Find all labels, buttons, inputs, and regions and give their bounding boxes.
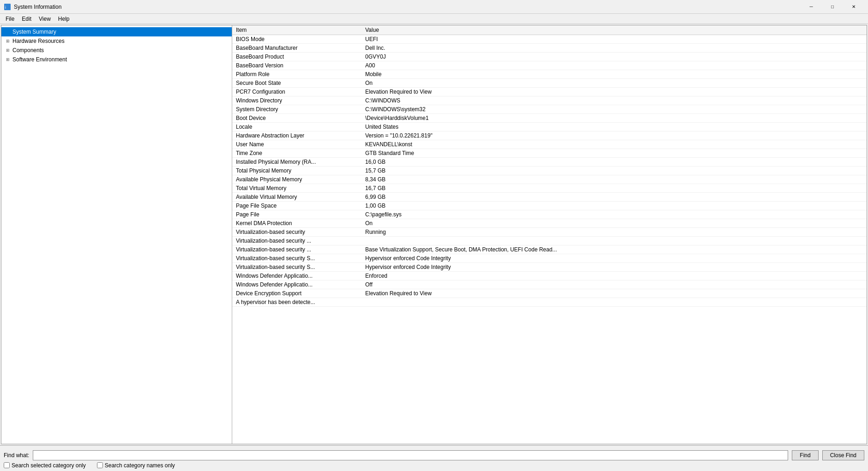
table-cell-item: Windows Defender Applicatio... [232, 280, 362, 289]
table-row: BaseBoard Product0GVY0J [232, 53, 867, 61]
table-cell-item: BaseBoard Version [232, 61, 362, 70]
table-cell-value [362, 237, 867, 245]
sidebar-item-software-environment[interactable]: ⊞ Software Environment [1, 55, 232, 64]
table-cell-item: Virtualization-based security S... [232, 263, 362, 272]
table-row: Total Physical Memory15,7 GB [232, 167, 867, 175]
close-find-button[interactable]: Close Find [822, 450, 864, 460]
table-cell-item: Page File [232, 210, 362, 219]
table-cell-item: Page File Space [232, 202, 362, 210]
info-table: Item Value BIOS ModeUEFIBaseBoard Manufa… [232, 25, 867, 307]
search-selected-category-checkbox[interactable]: Search selected category only [4, 462, 86, 469]
table-cell-item: Device Encryption Support [232, 289, 362, 298]
table-row: PCR7 ConfigurationElevation Required to … [232, 88, 867, 96]
find-input[interactable] [33, 450, 788, 460]
table-cell-value: Off [362, 280, 867, 289]
table-row: Windows Defender Applicatio...Enforced [232, 272, 867, 280]
table-row: Virtualization-based security S...Hyperv… [232, 263, 867, 272]
table-cell-item: User Name [232, 140, 362, 149]
table-cell-item: Kernel DMA Protection [232, 219, 362, 228]
table-cell-item: Available Physical Memory [232, 175, 362, 184]
table-cell-item: Hardware Abstraction Layer [232, 131, 362, 140]
expand-icon-hardware: ⊞ [4, 37, 12, 45]
maximize-button[interactable]: □ [822, 0, 843, 14]
table-row: Available Physical Memory8,34 GB [232, 175, 867, 184]
table-row: Platform RoleMobile [232, 70, 867, 79]
table-cell-item: Time Zone [232, 149, 362, 158]
table-row: Kernel DMA ProtectionOn [232, 219, 867, 228]
table-cell-item: Virtualization-based security [232, 228, 362, 237]
table-row: LocaleUnited States [232, 123, 867, 131]
table-cell-item: BIOS Mode [232, 35, 362, 44]
menu-item-view[interactable]: View [35, 14, 54, 24]
search-names-label: Search category names only [105, 462, 175, 469]
sidebar-item-system-summary[interactable]: System Summary [1, 27, 232, 36]
table-row: Hardware Abstraction LayerVersion = "10.… [232, 131, 867, 140]
title-bar: i System Information ─ □ ✕ [0, 0, 868, 14]
content-area: Item Value BIOS ModeUEFIBaseBoard Manufa… [232, 25, 867, 444]
find-button[interactable]: Find [792, 450, 818, 460]
table-cell-value: C:\WINDOWS [362, 96, 867, 105]
table-cell-value: On [362, 79, 867, 88]
table-row: Device Encryption SupportElevation Requi… [232, 289, 867, 298]
table-cell-value: United States [362, 123, 867, 131]
table-cell-item: Virtualization-based security ... [232, 245, 362, 254]
table-cell-value: UEFI [362, 35, 867, 44]
table-cell-value: A00 [362, 61, 867, 70]
table-row: Virtualization-based security S...Hyperv… [232, 254, 867, 263]
expand-icon-components: ⊞ [4, 47, 12, 54]
table-row: Secure Boot StateOn [232, 79, 867, 88]
table-cell-value: Hypervisor enforced Code Integrity [362, 263, 867, 272]
minimize-button[interactable]: ─ [801, 0, 822, 14]
table-cell-item: Available Virtual Memory [232, 193, 362, 202]
search-category-names-checkbox[interactable]: Search category names only [97, 462, 175, 469]
table-cell-item: PCR7 Configuration [232, 88, 362, 96]
table-cell-value: Base Virtualization Support, Secure Boot… [362, 245, 867, 254]
menu-item-help[interactable]: Help [54, 14, 73, 24]
table-row: Page File Space1,00 GB [232, 202, 867, 210]
table-cell-value: Running [362, 228, 867, 237]
sidebar: System Summary ⊞ Hardware Resources ⊞ Co… [1, 25, 232, 444]
table-row: Boot Device\Device\HarddiskVolume1 [232, 114, 867, 123]
table-cell-value: Mobile [362, 70, 867, 79]
table-cell-value: 16,7 GB [362, 184, 867, 193]
app-icon: i [4, 3, 11, 11]
search-names-checkbox-input[interactable] [97, 462, 103, 468]
menu-bar: FileEditViewHelp [0, 14, 868, 24]
table-cell-value: 1,00 GB [362, 202, 867, 210]
sidebar-label-software-environment: Software Environment [12, 56, 67, 63]
col-header-value: Value [362, 25, 867, 35]
menu-item-edit[interactable]: Edit [18, 14, 35, 24]
sidebar-item-components[interactable]: ⊞ Components [1, 46, 232, 55]
table-cell-item: Total Physical Memory [232, 167, 362, 175]
table-cell-value: Elevation Required to View [362, 88, 867, 96]
sidebar-label-components: Components [12, 47, 44, 54]
search-selected-checkbox-input[interactable] [4, 462, 10, 468]
col-header-item: Item [232, 25, 362, 35]
svg-text:i: i [5, 5, 6, 10]
table-cell-item: BaseBoard Manufacturer [232, 44, 362, 53]
table-cell-item: Platform Role [232, 70, 362, 79]
table-row: BaseBoard ManufacturerDell Inc. [232, 44, 867, 53]
table-cell-item: Locale [232, 123, 362, 131]
table-cell-item: Boot Device [232, 114, 362, 123]
table-cell-item: Windows Directory [232, 96, 362, 105]
close-button[interactable]: ✕ [843, 0, 864, 14]
window-controls: ─ □ ✕ [801, 0, 864, 14]
bottom-bar: Find what: Find Close Find Search select… [0, 445, 868, 471]
table-row: Page FileC:\pagefile.sys [232, 210, 867, 219]
table-cell-value: Version = "10.0.22621.819" [362, 131, 867, 140]
sidebar-item-hardware-resources[interactable]: ⊞ Hardware Resources [1, 36, 232, 46]
table-row: Virtualization-based securityRunning [232, 228, 867, 237]
table-cell-value: 6,99 GB [362, 193, 867, 202]
sidebar-label-system-summary: System Summary [12, 29, 56, 35]
table-cell-item: Installed Physical Memory (RA... [232, 158, 362, 167]
table-cell-value [362, 298, 867, 307]
find-row: Find what: Find Close Find [4, 450, 864, 460]
table-row: Total Virtual Memory16,7 GB [232, 184, 867, 193]
app-title: System Information [14, 4, 801, 10]
menu-item-file[interactable]: File [2, 14, 18, 24]
table-cell-value: 16,0 GB [362, 158, 867, 167]
table-cell-value: Elevation Required to View [362, 289, 867, 298]
table-cell-value: Dell Inc. [362, 44, 867, 53]
table-cell-value: \Device\HarddiskVolume1 [362, 114, 867, 123]
